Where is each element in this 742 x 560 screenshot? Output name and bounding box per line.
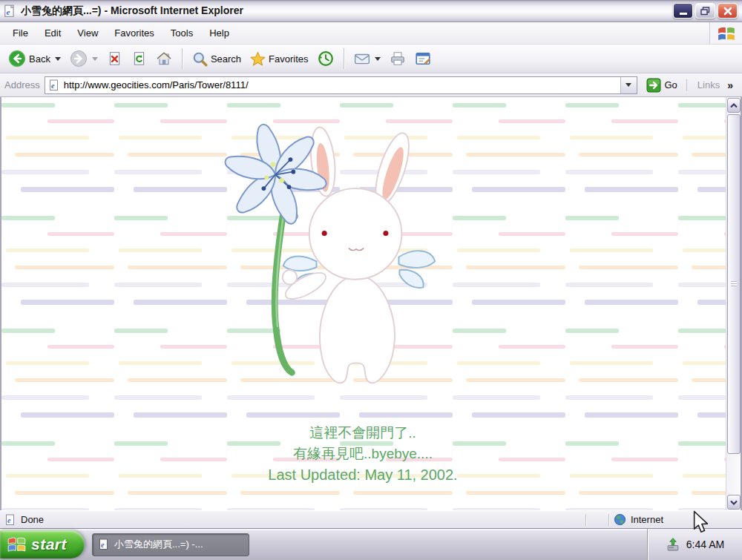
title-bar: e 小雪兔的網頁...=) - Microsoft Internet Explo… (0, 0, 742, 22)
close-button[interactable] (718, 3, 738, 19)
history-button[interactable] (314, 48, 338, 69)
zone-label: Internet (631, 514, 663, 525)
scroll-up-button[interactable] (727, 98, 741, 113)
right-wing (398, 251, 435, 288)
status-text: Done (21, 514, 44, 525)
menu-favorites[interactable]: Favorites (106, 24, 162, 42)
stop-icon (107, 51, 122, 67)
search-button[interactable]: Search (188, 49, 245, 69)
back-icon (8, 50, 26, 67)
close-icon (723, 7, 732, 16)
svg-text:e: e (7, 7, 10, 16)
security-zone: Internet (614, 513, 663, 526)
vertical-scrollbar[interactable] (726, 97, 741, 510)
home-icon (156, 51, 172, 67)
clock[interactable]: 6:44 AM (686, 538, 724, 550)
favorites-star-icon (250, 51, 266, 67)
start-label: start (31, 536, 67, 553)
scrollbar-thumb[interactable] (727, 114, 741, 454)
scroll-down-button[interactable] (727, 495, 741, 510)
ie-window: e 小雪兔的網頁...=) - Microsoft Internet Explo… (0, 0, 742, 560)
background-tile (453, 97, 565, 210)
blue-lily-flower (223, 122, 329, 227)
background-tile (453, 210, 565, 323)
edit-button[interactable] (411, 49, 435, 68)
internet-globe-icon (614, 513, 626, 526)
task-page-icon: e (98, 538, 110, 550)
favorites-button[interactable]: Favorites (246, 49, 312, 69)
taskbar-item-ie[interactable]: e 小雪兔的網頁...=) -... (92, 533, 249, 556)
windows-flag-icon (718, 24, 735, 42)
background-tile (1, 323, 114, 435)
toolbar-divider (344, 48, 344, 69)
chevron-down-icon (626, 83, 631, 87)
bunny-body (320, 277, 395, 383)
mail-button[interactable] (350, 49, 384, 68)
status-page-icon: e (4, 514, 16, 526)
stop-button[interactable] (103, 49, 126, 69)
back-button[interactable]: Back (4, 47, 65, 70)
address-dropdown-button[interactable] (620, 77, 637, 93)
minimize-button[interactable] (673, 3, 693, 19)
forward-button[interactable] (66, 47, 102, 70)
page-text-line3: Last Updated: May 11, 2002. (1, 467, 724, 484)
go-button[interactable]: Go (642, 76, 682, 94)
forward-dropdown-icon (92, 57, 98, 61)
background-tile (114, 323, 227, 435)
address-label: Address (4, 79, 40, 90)
background-tile (565, 323, 678, 435)
mail-icon (354, 51, 370, 66)
ie-page-icon[interactable]: e (3, 4, 16, 18)
address-url[interactable]: http://www.geocities.com/Paris/Tower/811… (64, 79, 617, 90)
background-tile (565, 97, 678, 210)
menu-view[interactable]: View (69, 24, 106, 42)
background-tile (1, 210, 114, 323)
start-windows-flag-icon (7, 535, 26, 553)
background-tile (453, 323, 565, 435)
menu-file[interactable]: File (4, 24, 36, 42)
restore-button[interactable] (695, 3, 715, 19)
forward-icon (70, 50, 88, 67)
taskbar: start e 小雪兔的網頁...=) -... 6:44 AM (0, 528, 742, 560)
svg-text:e: e (7, 516, 11, 524)
status-separator (608, 514, 609, 526)
task-label: 小雪兔的網頁...=) -... (114, 538, 203, 551)
go-arrow-icon (646, 78, 661, 93)
browser-viewport: 這裡不會開門了.. 有緣再見吧..byebye.... Last Updated… (0, 97, 742, 510)
back-label: Back (29, 53, 50, 65)
menu-tools[interactable]: Tools (162, 24, 201, 42)
print-button[interactable] (386, 49, 410, 68)
favorites-label: Favorites (269, 53, 308, 65)
mouse-cursor (693, 510, 711, 536)
chevron-up-icon (730, 103, 738, 108)
chevron-more-icon[interactable]: » (727, 79, 733, 91)
background-tile (1, 97, 114, 210)
standard-buttons-toolbar: Back (0, 45, 742, 73)
menu-bar: File Edit View Favorites Tools Help (0, 22, 742, 45)
address-input[interactable]: e http://www.geocities.com/Paris/Tower/8… (45, 76, 637, 94)
windows-logo-throbber (709, 22, 742, 44)
bunny-with-lily-image (221, 116, 438, 398)
toolbar-divider (182, 48, 183, 69)
window-title: 小雪兔的網頁...=) - Microsoft Internet Explore… (21, 4, 669, 18)
refresh-button[interactable] (128, 49, 151, 69)
mail-dropdown-icon (375, 57, 381, 61)
search-label: Search (211, 53, 241, 65)
links-bar[interactable]: Links » (686, 79, 738, 91)
links-label[interactable]: Links (697, 79, 720, 90)
svg-text:e: e (51, 82, 55, 90)
status-bar: e Done Internet (0, 510, 742, 528)
edit-icon (415, 51, 431, 66)
refresh-icon (131, 51, 147, 67)
home-button[interactable] (152, 49, 176, 69)
right-eye (383, 231, 388, 236)
menu-help[interactable]: Help (201, 24, 237, 42)
safely-remove-hardware-icon[interactable] (666, 537, 680, 552)
left-eye (322, 231, 327, 236)
back-dropdown-icon (55, 57, 61, 61)
start-button[interactable]: start (0, 530, 85, 559)
window-controls (673, 3, 739, 19)
go-label: Go (665, 79, 677, 90)
minimize-icon (680, 13, 687, 15)
menu-edit[interactable]: Edit (36, 24, 69, 42)
